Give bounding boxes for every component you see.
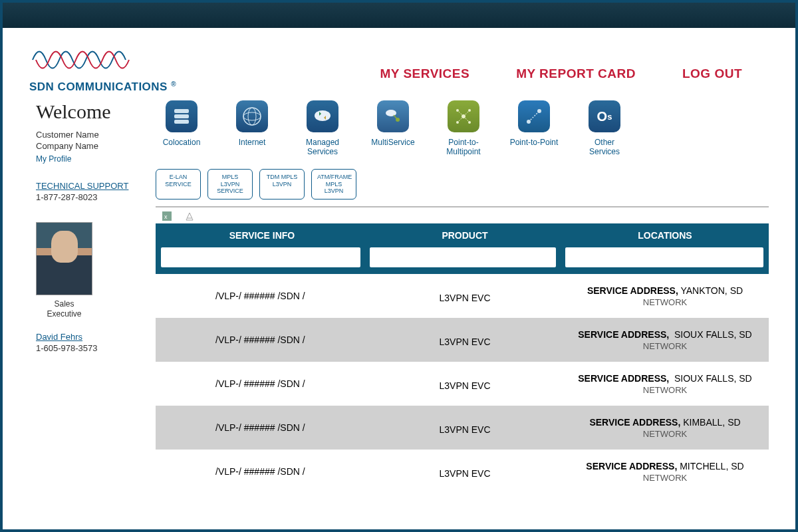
cell-service-info: /VLP-/ ###### /SDN / — [156, 291, 368, 301]
th-service-info: SERVICE INFO — [156, 230, 368, 241]
nav-my-services[interactable]: MY SERVICES — [380, 66, 469, 81]
filter-service-info-input[interactable] — [161, 247, 360, 267]
managed-services-icon — [307, 100, 338, 132]
cell-service-info: /VLP-/ ###### /SDN / — [156, 378, 368, 389]
svg-text:x: x — [164, 213, 168, 220]
sales-rep-phone: 1-605-978-3573 — [36, 343, 156, 353]
svc-label: Other Services — [579, 138, 630, 157]
filter-product-input[interactable] — [370, 247, 556, 267]
svg-rect-1 — [174, 114, 189, 118]
svc-p2p[interactable]: Point-to-Point — [508, 100, 560, 157]
support-phone: 1-877-287-8023 — [36, 192, 156, 202]
filter-mpls-l3vpn[interactable]: MPLS L3VPN SERVICE — [207, 169, 253, 200]
multiservice-icon — [377, 100, 409, 132]
technical-support-link[interactable]: TECHNICAL SUPPORT — [36, 181, 156, 191]
cell-location: SERVICE ADDRESS, YANKTON, SD NETWORK — [561, 285, 769, 307]
cell-product: L3VPN EVC — [368, 376, 561, 391]
cell-location: SERVICE ADDRESS, SIOUX FALLS, SD NETWORK — [561, 329, 769, 351]
sales-rep-link[interactable]: David Fehrs — [36, 332, 156, 342]
table-filter-row — [156, 247, 769, 274]
filter-tdm-mpls[interactable]: TDM MPLS L3VPN — [259, 169, 305, 200]
filter-elan[interactable]: E-LAN SERVICE — [156, 169, 201, 200]
cell-location: SERVICE ADDRESS, SIOUX FALLS, SD NETWORK — [561, 373, 769, 395]
cell-service-info: /VLP-/ ###### /SDN / — [156, 466, 368, 477]
th-locations: LOCATIONS — [561, 230, 769, 241]
svc-label: Point-to-Point — [508, 138, 560, 147]
svg-point-7 — [386, 110, 396, 116]
cell-service-info: /VLP-/ ###### /SDN / — [156, 422, 368, 433]
filter-locations-input[interactable] — [565, 247, 763, 267]
other-services-icon: Os — [589, 100, 620, 132]
cell-product: L3VPN EVC — [368, 420, 561, 435]
sales-rep-avatar — [36, 222, 92, 295]
company-name: Company Name — [36, 141, 156, 152]
table-row[interactable]: /VLP-/ ###### /SDN / L3VPN EVC SERVICE A… — [156, 362, 769, 406]
svc-other[interactable]: Os Other Services — [579, 100, 630, 157]
export-pdf-icon[interactable] — [185, 211, 194, 221]
point-to-multipoint-icon — [448, 100, 479, 132]
svg-point-3 — [243, 108, 261, 125]
internet-icon — [236, 100, 268, 132]
cell-service-info: /VLP-/ ###### /SDN / — [156, 334, 368, 345]
table-row[interactable]: /VLP-/ ###### /SDN / L3VPN EVC SERVICE A… — [156, 406, 769, 450]
sales-rep-role: Sales Executive — [36, 299, 92, 320]
svg-rect-2 — [174, 120, 189, 124]
table-row[interactable]: /VLP-/ ###### /SDN / L3VPN EVC SERVICE A… — [156, 318, 769, 362]
table-row[interactable]: /VLP-/ ###### /SDN / L3VPN EVC SERVICE A… — [156, 274, 769, 318]
svc-p2mp[interactable]: Point-to-Multipoint — [438, 100, 489, 157]
svc-multiservice[interactable]: MultiService — [367, 100, 419, 157]
svg-point-6 — [315, 110, 331, 121]
svg-point-4 — [243, 112, 261, 120]
svc-label: Internet — [226, 138, 278, 147]
welcome-heading: Welcome — [36, 100, 156, 123]
svc-label: Managed Services — [297, 138, 348, 157]
point-to-point-icon — [518, 100, 550, 132]
svc-internet[interactable]: Internet — [226, 100, 278, 157]
brand-name: SDN COMMUNICATIONS ® — [29, 80, 189, 94]
svg-rect-0 — [174, 109, 189, 113]
cell-product: L3VPN EVC — [368, 464, 561, 479]
svc-colocation[interactable]: Colocation — [156, 100, 207, 157]
svc-label: Colocation — [156, 138, 207, 147]
svc-label: MultiService — [367, 138, 419, 147]
export-toolbar: x — [156, 206, 769, 223]
top-nav: MY SERVICES MY REPORT CARD LOG OUT — [380, 40, 769, 81]
export-excel-icon[interactable]: x — [162, 211, 172, 221]
brand-logo[interactable]: SDN COMMUNICATIONS ® — [29, 40, 189, 94]
customer-name: Customer Name — [36, 130, 156, 141]
nav-log-out[interactable]: LOG OUT — [682, 66, 742, 81]
logo-wave-icon — [29, 40, 136, 76]
top-bar — [3, 3, 795, 28]
filter-atm-frame[interactable]: ATM/FRAME MPLS L3VPN — [311, 169, 356, 200]
cell-product: L3VPN EVC — [368, 332, 561, 347]
svg-point-5 — [248, 108, 256, 125]
my-profile-link[interactable]: My Profile — [36, 154, 71, 164]
table-row[interactable]: /VLP-/ ###### /SDN / L3VPN EVC SERVICE A… — [156, 450, 769, 493]
cell-product: L3VPN EVC — [368, 289, 561, 303]
cell-location: SERVICE ADDRESS, MITCHELL, SD NETWORK — [561, 461, 769, 483]
colocation-icon — [166, 100, 198, 132]
nav-my-report-card[interactable]: MY REPORT CARD — [516, 66, 636, 81]
table-header: SERVICE INFO PRODUCT LOCATIONS — [156, 223, 769, 247]
svc-label: Point-to-Multipoint — [438, 138, 489, 157]
th-product: PRODUCT — [368, 230, 561, 241]
cell-location: SERVICE ADDRESS, KIMBALL, SD NETWORK — [561, 417, 769, 439]
svc-managed[interactable]: Managed Services — [297, 100, 348, 157]
